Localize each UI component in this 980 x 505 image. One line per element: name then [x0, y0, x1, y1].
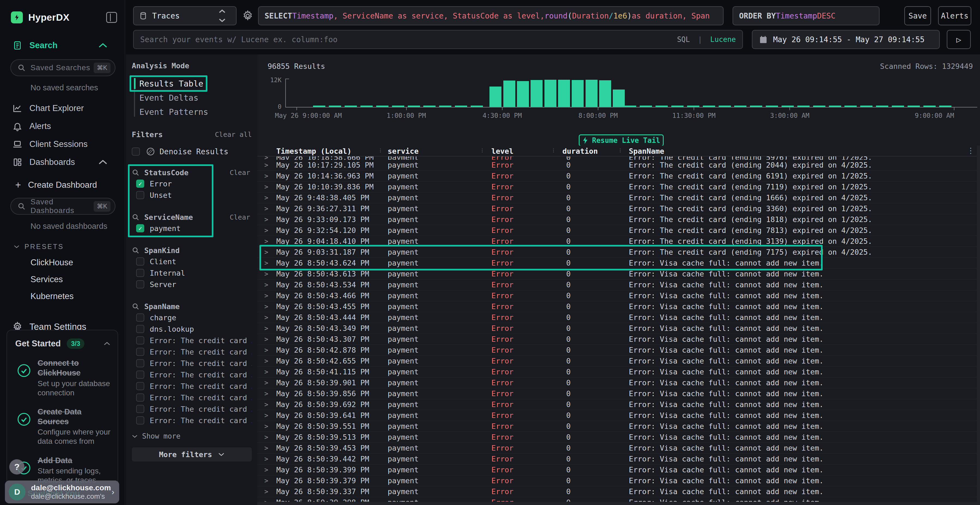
- histogram-bar[interactable]: [503, 81, 515, 107]
- row-expand-chevron-icon[interactable]: >: [264, 279, 268, 290]
- histogram-bar[interactable]: [613, 89, 625, 107]
- filter-option[interactable]: dns.lookup: [132, 323, 252, 335]
- save-button[interactable]: Save: [904, 6, 931, 25]
- histogram-bar[interactable]: [517, 81, 529, 107]
- filter-checkbox[interactable]: [136, 224, 144, 232]
- table-row[interactable]: >May 26 8:50:39.641 PMpaymentError0Error…: [257, 410, 977, 421]
- row-expand-chevron-icon[interactable]: >: [264, 290, 268, 301]
- filter-checkbox[interactable]: [136, 179, 144, 188]
- source-settings-gear-icon[interactable]: [242, 10, 254, 22]
- filter-option[interactable]: Client: [132, 256, 252, 267]
- column-header-spanname[interactable]: SpanName: [629, 146, 664, 156]
- table-row[interactable]: >May 26 9:48:38.405 PMpaymentError0Error…: [257, 192, 977, 203]
- row-expand-chevron-icon[interactable]: >: [264, 268, 268, 279]
- table-row[interactable]: >May 26 9:36:27.311 PMpaymentError0Error…: [257, 203, 977, 214]
- column-resize-handle[interactable]: ⁞: [619, 147, 621, 154]
- table-row[interactable]: >May 26 8:50:43.455 PMpaymentError0Error…: [257, 301, 977, 312]
- saved-dashboards-input[interactable]: Saved Dashboards ⌘K: [10, 198, 115, 215]
- help-button[interactable]: ?: [9, 459, 24, 475]
- filter-checkbox[interactable]: [136, 313, 144, 322]
- presets-toggle[interactable]: PRESETS: [14, 243, 125, 251]
- row-expand-chevron-icon[interactable]: >: [264, 399, 268, 410]
- filter-checkbox[interactable]: [136, 269, 144, 277]
- table-row[interactable]: >May 26 10:10:39.836 PMpaymentError0Erro…: [257, 181, 977, 192]
- filter-group-clear-button[interactable]: Clear: [230, 213, 252, 221]
- sidebar-collapse-icon[interactable]: [106, 12, 117, 23]
- user-account-chip[interactable]: D dale@clickhouse.com dale@clickhouse.co…: [5, 481, 119, 503]
- table-row[interactable]: >May 26 9:32:54.120 PMpaymentError0Error…: [257, 225, 977, 236]
- lucene-mode-toggle[interactable]: Lucene: [710, 35, 736, 43]
- order-by-input[interactable]: ORDER BY Timestamp DESC: [733, 6, 880, 25]
- row-expand-chevron-icon[interactable]: >: [264, 323, 268, 334]
- denoise-checkbox[interactable]: [132, 148, 140, 156]
- filter-option[interactable]: Error: The credit card …: [132, 357, 252, 369]
- alerts-button[interactable]: Alerts: [938, 6, 971, 25]
- row-expand-chevron-icon[interactable]: >: [264, 454, 268, 464]
- create-dashboard-button[interactable]: + Create Dashboard: [15, 179, 125, 191]
- filter-checkbox[interactable]: [136, 382, 144, 390]
- column-resize-handle[interactable]: ⁞: [553, 147, 555, 154]
- histogram-bar[interactable]: [572, 80, 584, 107]
- filter-option[interactable]: Error: The credit card …: [132, 380, 252, 392]
- table-row[interactable]: >May 26 8:50:39.298 PMpaymentError0Error…: [257, 497, 977, 502]
- table-row[interactable]: >May 26 9:03:31.187 PMpaymentError0Error…: [257, 247, 977, 258]
- row-expand-chevron-icon[interactable]: >: [264, 160, 268, 171]
- preset-item-services[interactable]: Services: [30, 275, 125, 284]
- column-menu-icon[interactable]: ⋮: [967, 146, 975, 155]
- clear-all-button[interactable]: Clear all: [215, 130, 252, 138]
- filter-option[interactable]: Internal: [132, 267, 252, 279]
- histogram-bar[interactable]: [599, 80, 611, 107]
- analysis-mode-results-table[interactable]: Results Table: [139, 76, 252, 91]
- filter-option[interactable]: Error: The credit card …: [132, 346, 252, 357]
- run-search-button[interactable]: ▷: [947, 30, 971, 49]
- filter-option[interactable]: Error: The credit card …: [132, 414, 252, 426]
- filter-option[interactable]: payment: [132, 222, 252, 234]
- column-resize-handle[interactable]: ⁞: [379, 147, 381, 154]
- saved-searches-input[interactable]: Saved Searches ⌘K: [10, 59, 115, 76]
- row-expand-chevron-icon[interactable]: >: [264, 247, 268, 258]
- filter-checkbox[interactable]: [136, 359, 144, 367]
- get-started-step[interactable]: Connect to ClickHouseSet up your databas…: [15, 358, 111, 397]
- resume-live-tail-button[interactable]: Resume Live Tail: [579, 134, 664, 146]
- row-expand-chevron-icon[interactable]: >: [264, 432, 268, 443]
- sidebar-item-client-sessions[interactable]: Client Sessions: [0, 137, 125, 151]
- preset-item-kubernetes[interactable]: Kubernetes: [30, 291, 125, 301]
- filter-checkbox[interactable]: [136, 371, 144, 379]
- table-row[interactable]: >May 26 8:50:43.349 PMpaymentError0Error…: [257, 323, 977, 334]
- row-expand-chevron-icon[interactable]: >: [264, 475, 268, 486]
- column-header-service[interactable]: service: [388, 146, 419, 156]
- row-expand-chevron-icon[interactable]: >: [264, 312, 268, 323]
- table-row[interactable]: >May 26 8:50:42.878 PMpaymentError0Error…: [257, 345, 977, 356]
- filter-option[interactable]: Server: [132, 279, 252, 290]
- row-expand-chevron-icon[interactable]: >: [264, 258, 268, 268]
- filter-checkbox[interactable]: [136, 394, 144, 402]
- row-expand-chevron-icon[interactable]: >: [264, 388, 268, 399]
- row-expand-chevron-icon[interactable]: >: [264, 203, 268, 214]
- table-row[interactable]: >May 26 10:17:29.105 PMpaymentError0Erro…: [257, 160, 977, 171]
- filter-checkbox[interactable]: [136, 191, 144, 199]
- histogram-bar[interactable]: [544, 80, 557, 107]
- analysis-mode-event-patterns[interactable]: Event Patterns: [139, 105, 252, 119]
- preset-item-clickhouse[interactable]: ClickHouse: [30, 258, 125, 267]
- column-header-level[interactable]: level: [492, 146, 514, 156]
- source-select[interactable]: Traces: [133, 6, 237, 25]
- table-row[interactable]: >May 26 9:33:09.173 PMpaymentError0Error…: [257, 214, 977, 225]
- show-more-button[interactable]: Show more: [132, 432, 252, 440]
- table-row[interactable]: >May 26 9:04:18.410 PMpaymentError0Error…: [257, 236, 977, 247]
- filter-option[interactable]: charge: [132, 312, 252, 323]
- row-expand-chevron-icon[interactable]: >: [264, 236, 268, 247]
- table-row[interactable]: >May 26 8:50:39.442 PMpaymentError0Error…: [257, 454, 977, 464]
- table-row[interactable]: >May 26 8:50:39.399 PMpaymentError0Error…: [257, 464, 977, 475]
- column-resize-handle[interactable]: ⁞: [481, 147, 483, 154]
- row-expand-chevron-icon[interactable]: >: [264, 225, 268, 236]
- row-expand-chevron-icon[interactable]: >: [264, 377, 268, 388]
- row-expand-chevron-icon[interactable]: >: [264, 171, 268, 181]
- sidebar-item-alerts[interactable]: Alerts: [0, 119, 125, 133]
- sidebar-item-dashboards[interactable]: Dashboards: [0, 156, 125, 169]
- filter-checkbox[interactable]: [136, 416, 144, 424]
- row-expand-chevron-icon[interactable]: >: [264, 464, 268, 475]
- filter-checkbox[interactable]: [136, 280, 144, 288]
- sidebar-item-search[interactable]: Search: [0, 39, 125, 52]
- row-expand-chevron-icon[interactable]: >: [264, 334, 268, 345]
- row-expand-chevron-icon[interactable]: >: [264, 410, 268, 421]
